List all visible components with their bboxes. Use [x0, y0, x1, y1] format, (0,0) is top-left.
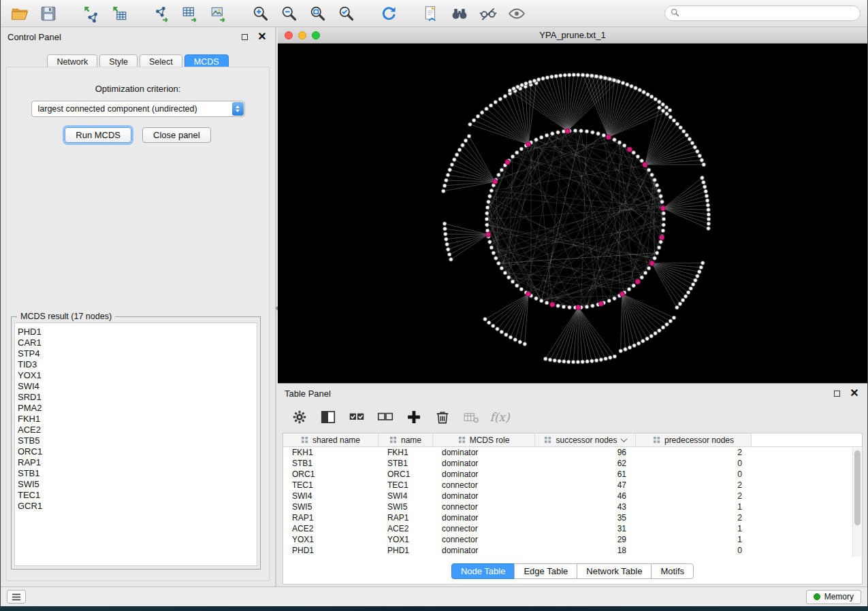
- column-header-name[interactable]: name: [379, 433, 433, 446]
- mcds-result-item[interactable]: TID3: [18, 359, 254, 370]
- float-table-panel-button[interactable]: [831, 387, 843, 399]
- import-table-file-button[interactable]: [107, 3, 131, 24]
- table-row[interactable]: RAP1RAP1dominator352: [283, 512, 862, 523]
- control-panel-titlebar: Control Panel ✕: [1, 27, 275, 46]
- save-button[interactable]: [36, 3, 61, 24]
- open-file-button[interactable]: [7, 3, 32, 24]
- control-panel-title: Control Panel: [7, 32, 61, 42]
- table-panel-tabs: Node TableEdge TableNetwork TableMotifs: [283, 563, 862, 579]
- mcds-result-item[interactable]: CAR1: [18, 337, 254, 348]
- table-row[interactable]: TEC1TEC1connector472: [283, 480, 862, 491]
- float-panel-button[interactable]: [238, 31, 251, 43]
- show-columns-button[interactable]: [317, 406, 339, 428]
- mcds-result-item[interactable]: PMA2: [18, 403, 254, 414]
- deselect-all-button[interactable]: [374, 406, 396, 428]
- refresh-view-button[interactable]: [376, 3, 401, 24]
- mcds-result-item[interactable]: STB1: [18, 468, 254, 479]
- table-row[interactable]: ORC1ORC1dominator610: [283, 469, 862, 480]
- optimization-criterion-dropdown[interactable]: largest connected component (undirected): [31, 101, 245, 117]
- mcds-result-item[interactable]: YOX1: [18, 370, 254, 381]
- delete-table-button[interactable]: [460, 406, 482, 428]
- close-icon: ✕: [850, 390, 858, 397]
- table-scrollbar[interactable]: [852, 448, 861, 557]
- function-builder-button[interactable]: f(x): [489, 406, 511, 428]
- close-panel-button[interactable]: ✕: [256, 31, 268, 43]
- float-icon: [834, 391, 840, 397]
- table-row[interactable]: ACE2ACE2connector311: [283, 523, 862, 534]
- memory-button[interactable]: Memory: [806, 590, 861, 604]
- export-table-button[interactable]: [178, 3, 202, 24]
- zoom-selected-button[interactable]: [334, 3, 359, 24]
- node-table: shared namenameMCDS rolesuccessor nodesp…: [283, 433, 863, 584]
- add-row-button[interactable]: [403, 406, 425, 428]
- desktop-background: [0, 606, 868, 611]
- memory-label: Memory: [824, 592, 854, 601]
- mcds-result-item[interactable]: SRD1: [18, 392, 254, 403]
- table-row[interactable]: FKH1FKH1dominator962: [283, 447, 862, 458]
- mcds-result-item[interactable]: FKH1: [18, 414, 254, 425]
- show-all-button[interactable]: [504, 3, 529, 24]
- tab-network-table[interactable]: Network Table: [577, 563, 652, 579]
- mcds-result-item[interactable]: STP4: [18, 348, 254, 359]
- zoom-out-button[interactable]: [277, 3, 302, 24]
- table-row[interactable]: YOX1YOX1connector291: [283, 534, 862, 545]
- main-toolbar: [1, 0, 867, 27]
- scrollbar-thumb[interactable]: [854, 450, 861, 525]
- tab-edge-table[interactable]: Edge Table: [514, 563, 577, 579]
- close-icon: ✕: [257, 33, 266, 40]
- network-window-titlebar: YPA_prune.txt_1: [278, 27, 867, 44]
- select-all-button[interactable]: [346, 406, 368, 428]
- optimization-criterion-label: Optimization criterion:: [7, 84, 269, 94]
- maximize-window-icon[interactable]: [312, 31, 320, 39]
- memory-status-dot: [814, 593, 820, 600]
- hamburger-icon: [12, 593, 21, 601]
- column-header-mcds-role[interactable]: MCDS role: [433, 433, 535, 446]
- search-input[interactable]: [683, 9, 854, 18]
- table-row[interactable]: PHD1PHD1dominator180: [283, 545, 862, 556]
- hide-selected-button[interactable]: [476, 3, 500, 24]
- search-network-button[interactable]: [447, 3, 472, 24]
- right-workspace: YPA_prune.txt_1 Table Panel ✕ f(x) share…: [278, 27, 867, 587]
- table-toolbar-icons: f(x): [278, 403, 867, 431]
- status-bar: Memory: [1, 587, 867, 606]
- mcds-result-item[interactable]: TEC1: [18, 490, 254, 501]
- column-header-successor-nodes[interactable]: successor nodes: [535, 433, 636, 446]
- search-icon: [671, 7, 679, 20]
- table-row[interactable]: SWI4SWI4dominator462: [283, 491, 862, 501]
- mcds-result-item[interactable]: GCR1: [18, 501, 254, 512]
- import-network-file-button[interactable]: [78, 3, 103, 24]
- export-document-button[interactable]: [419, 3, 443, 24]
- tab-motifs[interactable]: Motifs: [651, 563, 694, 579]
- delete-rows-button[interactable]: [432, 406, 453, 428]
- mcds-result-item[interactable]: SWI5: [18, 479, 254, 490]
- table-row[interactable]: SWI5SWI5connector431: [283, 501, 862, 512]
- table-settings-button[interactable]: [289, 406, 310, 428]
- export-image-button[interactable]: [206, 3, 231, 24]
- close-panel-action-button[interactable]: Close panel: [142, 127, 211, 143]
- close-table-panel-button[interactable]: ✕: [848, 387, 861, 399]
- zoom-in-button[interactable]: [248, 3, 273, 24]
- mcds-result-item[interactable]: ACE2: [18, 425, 254, 435]
- mcds-result-list: PHD1CAR1STP4TID3YOX1SWI4SRD1PMA2FKH1ACE2…: [14, 323, 257, 566]
- window-controls: [285, 31, 320, 39]
- mcds-result-item[interactable]: STB5: [18, 435, 254, 446]
- mcds-result-item[interactable]: PHD1: [18, 327, 254, 337]
- mcds-result-item[interactable]: ORC1: [18, 446, 254, 457]
- mcds-result-item[interactable]: SWI4: [18, 381, 254, 392]
- close-window-icon[interactable]: [285, 31, 293, 39]
- network-view-canvas[interactable]: [278, 44, 867, 383]
- column-header-predecessor-nodes[interactable]: predecessor nodes: [636, 433, 752, 446]
- table-header: shared namenameMCDS rolesuccessor nodesp…: [283, 433, 862, 447]
- table-row[interactable]: STB1STB1dominator620: [283, 458, 862, 469]
- tab-node-table[interactable]: Node Table: [451, 563, 515, 579]
- column-header-shared-name[interactable]: shared name: [283, 433, 379, 446]
- mcds-result-item[interactable]: RAP1: [18, 457, 254, 468]
- export-network-button[interactable]: [149, 3, 174, 24]
- table-panel-titlebar: Table Panel ✕: [278, 384, 867, 403]
- float-icon: [242, 34, 248, 40]
- zoom-fit-button[interactable]: [306, 3, 330, 24]
- run-mcds-button[interactable]: Run MCDS: [65, 127, 131, 143]
- network-graph-svg[interactable]: [278, 44, 868, 383]
- minimize-window-icon[interactable]: [298, 31, 306, 39]
- panel-menu-button[interactable]: [7, 590, 26, 604]
